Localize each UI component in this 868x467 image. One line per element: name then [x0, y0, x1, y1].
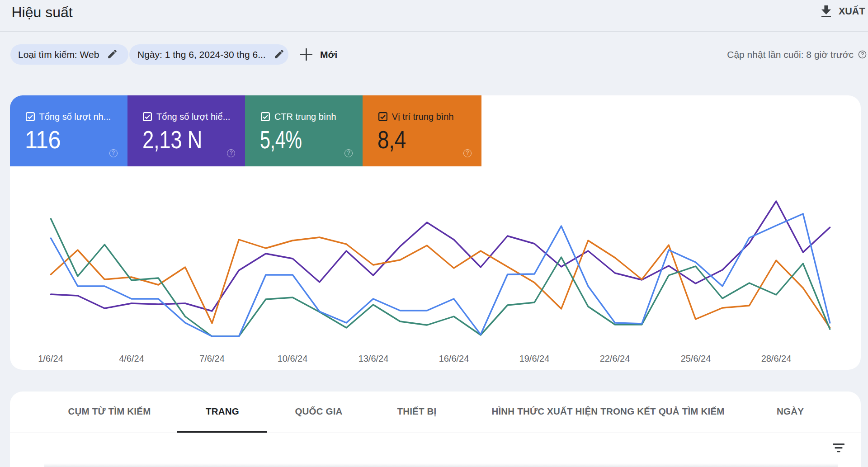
- svg-text:16/6/24: 16/6/24: [439, 354, 469, 363]
- svg-text:10/6/24: 10/6/24: [278, 354, 308, 363]
- svg-text:4/6/24: 4/6/24: [119, 354, 144, 363]
- svg-text:25/6/24: 25/6/24: [681, 354, 711, 363]
- svg-text:13/6/24: 13/6/24: [359, 354, 389, 363]
- svg-text:22/6/24: 22/6/24: [600, 354, 630, 363]
- svg-text:1/6/24: 1/6/24: [38, 354, 63, 363]
- svg-text:28/6/24: 28/6/24: [761, 354, 792, 363]
- svg-text:7/6/24: 7/6/24: [199, 354, 225, 363]
- svg-text:19/6/24: 19/6/24: [519, 354, 550, 363]
